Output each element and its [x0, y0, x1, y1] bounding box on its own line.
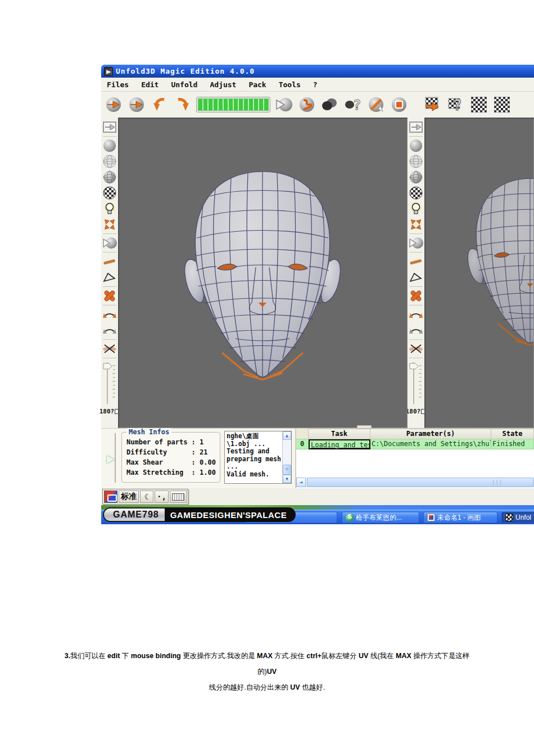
title-bar[interactable]: Unfold3D Magic Edition 4.0.0: [101, 65, 534, 78]
pack-run-button[interactable]: [423, 94, 442, 115]
camera-help-button[interactable]: ?: [343, 94, 363, 115]
cell-state[interactable]: Finished: [491, 439, 534, 449]
punctuation-icon[interactable]: ·,: [155, 490, 169, 503]
menu-edit[interactable]: Edit: [141, 80, 159, 89]
move-button[interactable]: [102, 217, 117, 232]
ime-logo-icon[interactable]: [104, 490, 117, 503]
menu-help[interactable]: ?: [313, 80, 318, 89]
shaded-view-button[interactable]: [408, 138, 424, 154]
redo-button[interactable]: [173, 94, 192, 115]
checker-view-button[interactable]: [102, 185, 117, 201]
taskbar-button-paint[interactable]: 未命名1 - 画图: [423, 512, 497, 523]
symmetry-off-button[interactable]: [408, 322, 424, 338]
spline-button[interactable]: [297, 94, 316, 115]
draw-button[interactable]: [366, 94, 386, 115]
shaded-view-button[interactable]: [102, 138, 117, 154]
keyboard-icon[interactable]: [170, 490, 187, 503]
wireframe-view-button[interactable]: [408, 154, 424, 169]
table-hscrollbar[interactable]: ◄: [296, 478, 534, 487]
cut-button[interactable]: [408, 341, 424, 357]
lighting-button[interactable]: [102, 201, 117, 217]
texture-checker-button[interactable]: [469, 94, 488, 115]
task-table: Task Parameter(s) State 0 Loading and te…: [296, 429, 534, 449]
slider-thumb-icon[interactable]: [107, 456, 115, 464]
export-button[interactable]: [102, 119, 117, 135]
import-button[interactable]: [104, 94, 123, 115]
menu-pack[interactable]: Pack: [248, 80, 266, 89]
log-text[interactable]: nghe\桌面 \1.obj ... Testing and preparing…: [225, 431, 282, 483]
camera-pair-button[interactable]: [320, 94, 340, 115]
scroll-thumb[interactable]: [283, 465, 291, 475]
wireframe-view-button[interactable]: [102, 154, 117, 169]
header-parameters[interactable]: Parameter(s): [370, 429, 491, 439]
delete-button[interactable]: [102, 288, 117, 304]
angle-label: 180?: [99, 408, 115, 415]
cone-button[interactable]: [408, 269, 424, 285]
mesh-infos-group: Mesh Infos Number of parts : 1 Difficult…: [121, 432, 220, 483]
hscroll-thumb[interactable]: [307, 478, 534, 487]
move-button[interactable]: [408, 217, 424, 232]
undo-button[interactable]: [150, 94, 169, 115]
moon-icon[interactable]: ☾: [140, 490, 153, 503]
zoom-slider-icon: [409, 360, 423, 406]
pack-help-button[interactable]: ?: [446, 94, 465, 115]
checker-grid-icon-2: [494, 97, 510, 112]
brush-button[interactable]: [102, 254, 117, 269]
rotation-slider[interactable]: [102, 359, 117, 407]
symmetry-off-button[interactable]: [102, 322, 117, 338]
angle-limit[interactable]: 180?: [406, 408, 427, 415]
shaded-wire-view-button[interactable]: [408, 169, 424, 185]
progress-fill: [198, 98, 269, 111]
light-bulb-icon: [102, 201, 117, 216]
log-scrollbar[interactable]: ▲ ▼: [282, 431, 291, 483]
viewport-3d-right[interactable]: [424, 118, 534, 428]
playback-button[interactable]: [408, 235, 424, 251]
viewport-3d-left[interactable]: [118, 118, 408, 428]
header-state[interactable]: State: [491, 429, 534, 439]
export-button[interactable]: [408, 119, 424, 135]
delete-x-icon: [409, 289, 423, 303]
rotation-slider[interactable]: [408, 359, 424, 407]
symmetry-on-button[interactable]: [408, 307, 424, 322]
slider-track: [115, 433, 116, 483]
stop-button[interactable]: [390, 94, 409, 115]
cell-task[interactable]: Loading and tes: [309, 439, 370, 449]
table-row[interactable]: 0 Loading and tes C:\Documents and Setti…: [296, 439, 534, 449]
cut-button[interactable]: [102, 341, 117, 357]
watermark-slogan: GAMEDESIGHEN'SPALACE: [165, 507, 296, 522]
play-sphere-small-icon: [408, 236, 424, 250]
playback-button[interactable]: [102, 235, 117, 251]
menu-unfold[interactable]: Unfold: [171, 80, 197, 89]
symmetry-gray-icon: [409, 325, 423, 336]
menu-adjust[interactable]: Adjust: [210, 80, 236, 89]
scroll-down-icon[interactable]: ▼: [283, 475, 291, 483]
scroll-up-icon[interactable]: ▲: [283, 431, 291, 440]
play-button[interactable]: [274, 94, 293, 115]
svg-text:?: ?: [453, 97, 462, 114]
import-button-2[interactable]: [127, 94, 146, 115]
checker-view-button[interactable]: [408, 185, 424, 201]
shaded-wire-view-button[interactable]: [102, 169, 117, 185]
taskbar-button-app[interactable]: 枪手布莱恩的...: [342, 512, 419, 523]
lighting-button[interactable]: [408, 201, 424, 217]
log-line: ...: [227, 463, 282, 471]
app-icon: [104, 67, 113, 76]
texture-checker-button-2[interactable]: [492, 94, 512, 115]
taskbar-button-unfold3d[interactable]: Unfol: [501, 512, 534, 523]
menu-files[interactable]: Files: [107, 80, 129, 89]
scroll-left-icon[interactable]: ◄: [296, 478, 306, 487]
brush-button[interactable]: [408, 254, 424, 269]
bottom-slider[interactable]: [107, 433, 118, 485]
delete-button[interactable]: [408, 288, 424, 304]
cell-parameter[interactable]: C:\Documents and Settings\zhulir: [370, 439, 491, 449]
log-box: nghe\桌面 \1.obj ... Testing and preparing…: [224, 431, 292, 484]
angle-limit[interactable]: 180?: [99, 408, 120, 415]
cone-button[interactable]: [102, 269, 117, 285]
symmetry-on-button[interactable]: [102, 307, 117, 322]
ime-mode-button[interactable]: 标准: [119, 490, 139, 503]
symmetry-gray-icon: [102, 325, 117, 336]
green-app-icon: [346, 514, 354, 521]
menu-tools[interactable]: Tools: [279, 80, 301, 89]
delete-x-icon: [102, 289, 117, 303]
header-task[interactable]: Task: [309, 429, 370, 439]
